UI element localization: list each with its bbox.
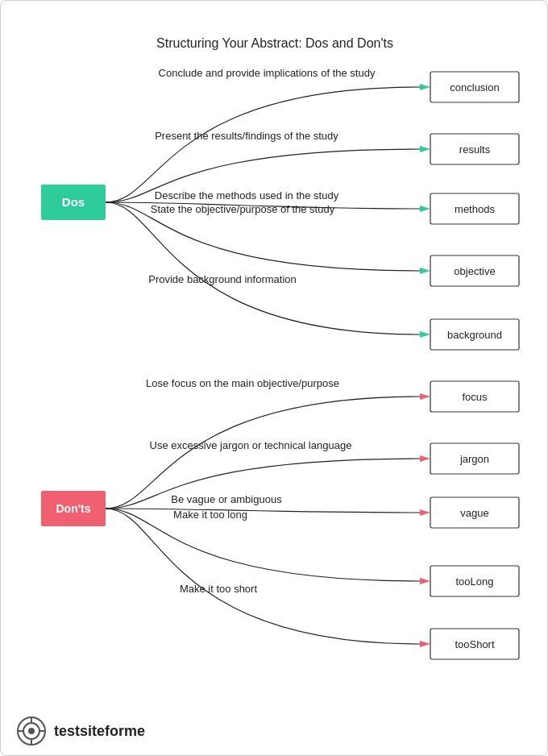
text-toolong-label: Make it too long [173, 509, 247, 521]
text-focus: Lose focus on the main objective/purpose [146, 377, 339, 389]
text-objective: State the objective/purpose of the study [151, 203, 335, 215]
donts-label: Don'ts [56, 502, 91, 515]
arrow-methods [420, 206, 430, 212]
diagram-title: Structuring Your Abstract: Dos and Don't… [156, 36, 393, 50]
arrow-conclusion [420, 84, 430, 90]
arrow-background [420, 331, 430, 338]
arrow-tooshort [420, 641, 430, 647]
node-methods-label: methods [455, 203, 495, 215]
footer: testsiteforme [17, 717, 145, 746]
node-results-label: results [459, 143, 491, 156]
node-conclusion-label: conclusion [450, 81, 499, 93]
node-toolong-label: tooLong [456, 575, 494, 588]
node-background-label: background [447, 329, 502, 341]
line-toolong [106, 509, 420, 581]
node-objective-label: objective [454, 265, 495, 277]
arrow-jargon [420, 455, 430, 462]
node-vague-label: vague [460, 507, 488, 519]
page: Structuring Your Abstract: Dos and Don't… [0, 0, 548, 756]
text-conclusion: Conclude and provide implications of the… [159, 67, 376, 79]
text-methods: Describe the methods used in the study [155, 189, 339, 201]
text-background: Provide background information [148, 273, 297, 285]
dos-label: Dos [62, 195, 85, 209]
text-vague: Be vague or ambiguous [171, 493, 282, 505]
svg-point-2 [28, 728, 35, 734]
arrow-toolong [420, 578, 430, 584]
line-focus [106, 397, 420, 509]
line-conclusion [106, 87, 420, 202]
arrow-objective [420, 268, 430, 274]
footer-brand: testsiteforme [54, 723, 145, 740]
node-jargon-label: jargon [459, 453, 489, 465]
node-focus-label: focus [462, 391, 488, 403]
text-jargon: Use excessive jargon or technical langua… [150, 439, 352, 451]
text-tooshort: Make it too short [180, 583, 257, 595]
arrow-vague [420, 509, 430, 516]
line-vague [106, 509, 420, 513]
line-background [106, 202, 420, 334]
arrow-results [420, 146, 430, 152]
footer-logo-icon [17, 717, 46, 746]
arrow-focus [420, 393, 430, 400]
node-tooshort-label: tooShort [455, 638, 495, 650]
diagram: Structuring Your Abstract: Dos and Don't… [1, 1, 548, 694]
text-results: Present the results/findings of the stud… [155, 130, 338, 142]
line-tooshort [106, 509, 420, 644]
